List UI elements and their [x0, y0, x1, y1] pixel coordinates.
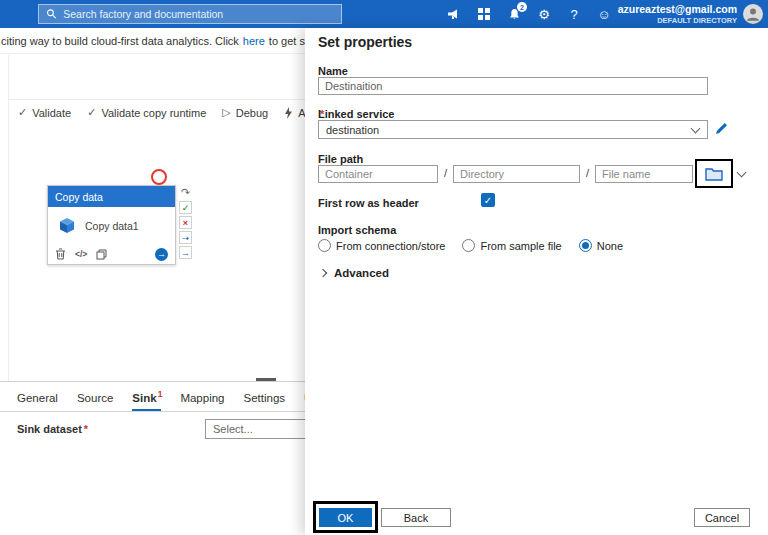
copy-data-activity[interactable]: Copy data Copy data1 </> → — [47, 185, 176, 265]
tab-mapping[interactable]: Mapping — [180, 384, 224, 411]
completion-connector-icon[interactable]: → — [179, 246, 192, 259]
name-label: Name — [318, 65, 348, 77]
global-search[interactable] — [38, 4, 342, 24]
megaphone-icon[interactable] — [446, 6, 462, 22]
delete-activity-icon[interactable] — [55, 248, 66, 260]
tab-settings-label: Settings — [244, 392, 286, 404]
file-path-label: File path — [318, 153, 363, 165]
lightning-icon — [284, 107, 293, 119]
sink-dataset-label-text: Sink dataset — [17, 423, 82, 435]
play-icon: ▷ — [222, 106, 230, 119]
radio-from-connection-store[interactable]: From connection/store — [318, 239, 445, 252]
advanced-label: Advanced — [334, 267, 389, 279]
path-separator: / — [444, 167, 447, 179]
activity-name-label: Copy data1 — [85, 220, 139, 232]
redo-arrow-icon[interactable]: ↷ — [179, 186, 192, 199]
back-button[interactable]: Back — [381, 508, 451, 527]
account-info[interactable]: azureaztest@gmail.com DEFAULT DIRECTORY — [618, 3, 737, 25]
linked-service-label-text: Linked service — [318, 108, 394, 120]
add-trigger-label: Add tri — [298, 107, 305, 119]
avatar[interactable] — [743, 4, 763, 24]
success-connector-icon[interactable]: ✓ — [179, 201, 192, 214]
ok-button[interactable]: OK — [319, 508, 372, 527]
radio-none[interactable]: None — [579, 239, 623, 252]
linked-service-value: destination — [326, 124, 379, 136]
activity-next-arrow[interactable]: → — [155, 248, 168, 261]
tab-source[interactable]: Source — [77, 384, 113, 411]
failure-connector-icon[interactable]: × — [179, 216, 192, 229]
activity-connectors: ↷ ✓ × ⇢ → — [179, 186, 192, 259]
activity-body[interactable]: Copy data1 — [48, 207, 175, 244]
sink-dataset-label: Sink dataset* — [17, 423, 88, 435]
search-icon — [46, 8, 57, 20]
tab-sink[interactable]: Sink 1 — [132, 384, 161, 411]
debug-button[interactable]: ▷ Debug — [222, 106, 268, 119]
required-asterisk: * — [84, 423, 88, 435]
apps-grid-icon[interactable] — [476, 6, 492, 22]
activity-config-tabs: General Source Sink 1 Mapping Settings U… — [0, 384, 305, 412]
tab-sink-label: Sink — [132, 392, 156, 404]
person-icon — [745, 6, 761, 22]
tab-mapping-label: Mapping — [180, 392, 224, 404]
account-email: azureaztest@gmail.com — [618, 3, 737, 16]
folder-icon — [705, 167, 723, 181]
chevron-down-icon[interactable] — [737, 168, 747, 178]
radio-none-label: None — [597, 240, 623, 252]
clone-activity-icon[interactable] — [96, 249, 107, 260]
validate-label: Validate — [32, 107, 71, 119]
container-input[interactable] — [318, 165, 438, 183]
import-schema-options: From connection/store From sample file N… — [318, 239, 623, 252]
sink-dataset-value: Select... — [213, 423, 253, 435]
radio-from-sample-file[interactable]: From sample file — [462, 239, 561, 252]
account-directory: DEFAULT DIRECTORY — [618, 16, 737, 25]
topbar-icon-group: 2 ⚙ ? ☺ — [446, 0, 612, 28]
name-input[interactable] — [318, 77, 708, 95]
skip-connector-icon[interactable]: ⇢ — [179, 231, 192, 244]
pipeline-toolbar: ✓ Validate ✓ Validate copy runtime ▷ Deb… — [9, 99, 305, 125]
tab-sink-error-badge: 1 — [158, 389, 163, 399]
radio-icon — [318, 239, 331, 252]
linked-service-label: Linked service* — [318, 108, 324, 120]
tab-general[interactable]: General — [17, 384, 58, 411]
add-trigger-button[interactable]: Add tri — [284, 107, 305, 119]
file-name-input[interactable] — [595, 165, 693, 183]
tab-general-label: General — [17, 392, 58, 404]
tab-settings[interactable]: Settings — [244, 384, 286, 411]
import-schema-label: Import schema — [318, 224, 396, 236]
chevron-down-icon — [691, 124, 701, 134]
activity-type-label: Copy data — [55, 191, 103, 203]
activity-header: Copy data — [48, 186, 175, 207]
annotation-red-circle — [151, 169, 167, 185]
panel-title: Set properties — [318, 34, 412, 50]
validate-button[interactable]: ✓ Validate — [18, 106, 71, 119]
radio-checked-icon — [579, 239, 592, 252]
notification-badge: 2 — [517, 2, 527, 12]
copy-activity-icon — [58, 217, 76, 235]
directory-input[interactable] — [453, 165, 580, 183]
chevron-right-icon — [319, 269, 327, 277]
check-icon: ✓ — [18, 106, 27, 119]
radio-icon — [462, 239, 475, 252]
gear-icon[interactable]: ⚙ — [536, 6, 552, 22]
tabs-top-divider — [0, 381, 305, 382]
activity-footer: </> → — [48, 244, 175, 264]
browse-folder-button[interactable] — [695, 159, 733, 188]
check-icon: ✓ — [87, 106, 96, 119]
set-properties-panel: Set properties Name Linked service* dest… — [305, 28, 768, 535]
validate-copy-runtime-button[interactable]: ✓ Validate copy runtime — [87, 106, 206, 119]
first-row-header-checkbox[interactable]: ✓ — [481, 193, 495, 207]
radio-from-sample-file-label: From sample file — [480, 240, 561, 252]
tab-source-label: Source — [77, 392, 113, 404]
advanced-expander[interactable]: Advanced — [320, 267, 389, 279]
banner-here-link[interactable]: here — [243, 35, 265, 47]
feedback-icon[interactable]: ☺ — [596, 6, 612, 22]
help-icon[interactable]: ? — [566, 6, 582, 22]
linked-service-dropdown[interactable]: destination — [318, 120, 708, 139]
banner-text-before: citing way to build cloud-first data ana… — [1, 35, 239, 47]
notifications-bell-icon[interactable]: 2 — [506, 6, 522, 22]
code-view-icon[interactable]: </> — [75, 249, 87, 259]
radio-from-connection-store-label: From connection/store — [336, 240, 445, 252]
cancel-button[interactable]: Cancel — [694, 508, 750, 527]
edit-linked-service-icon[interactable] — [715, 121, 731, 137]
search-input[interactable] — [63, 8, 334, 20]
